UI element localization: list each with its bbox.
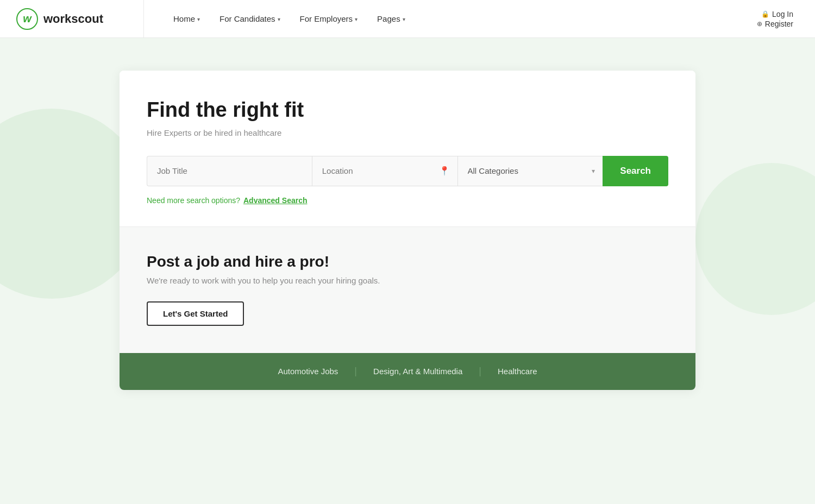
footer-bar: Automotive Jobs | Design, Art & Multimed… [120, 353, 695, 390]
search-bar: 📍 All Categories Automotive Jobs Design,… [147, 156, 668, 186]
search-button[interactable]: Search [603, 156, 668, 186]
register-link[interactable]: ⊕ Register [757, 20, 793, 28]
chevron-down-icon: ▾ [278, 16, 280, 22]
job-title-input[interactable] [147, 156, 312, 186]
chevron-down-icon: ▾ [403, 16, 405, 22]
hero-subtitle: Hire Experts or be hired in healthcare [147, 128, 668, 137]
nav-employers-label: For Employers [300, 14, 353, 23]
card-container: Find the right fit Hire Experts or be hi… [120, 71, 695, 390]
login-label: Log In [772, 10, 793, 18]
category-wrapper: All Categories Automotive Jobs Design, A… [457, 156, 603, 186]
hire-subtitle: We're ready to work with you to help you… [147, 276, 668, 285]
footer-link-healthcare[interactable]: Healthcare [481, 367, 554, 376]
nav-candidates[interactable]: For Candidates ▾ [212, 10, 288, 28]
nav-pages-label: Pages [377, 14, 400, 23]
nav-candidates-label: For Candidates [220, 14, 275, 23]
footer-link-design[interactable]: Design, Art & Multimedia [357, 367, 479, 376]
category-select[interactable]: All Categories Automotive Jobs Design, A… [458, 156, 603, 186]
logo-letter: w [23, 12, 32, 25]
nav-home[interactable]: Home ▾ [166, 10, 208, 28]
chevron-down-icon: ▾ [355, 16, 358, 22]
advanced-hint-text: Need more search options? [147, 196, 240, 205]
main-content: Find the right fit Hire Experts or be hi… [0, 38, 815, 412]
nav-employers[interactable]: For Employers ▾ [292, 10, 366, 28]
nav-pages[interactable]: Pages ▾ [369, 10, 413, 28]
plus-circle-icon: ⊕ [757, 20, 762, 28]
logo-icon: w [16, 8, 38, 30]
login-link[interactable]: 🔒 Log In [761, 10, 793, 18]
logo-section: w workscout [0, 0, 144, 37]
lock-icon: 🔒 [761, 10, 769, 18]
get-started-button[interactable]: Let's Get Started [147, 301, 244, 326]
hero-title: Find the right fit [147, 98, 668, 123]
navbar: w workscout Home ▾ For Candidates ▾ For … [0, 0, 815, 38]
chevron-down-icon: ▾ [197, 16, 200, 22]
advanced-search-link[interactable]: Advanced Search [243, 196, 308, 205]
nav-home-label: Home [173, 14, 195, 23]
hire-section: Post a job and hire a pro! We're ready t… [120, 226, 695, 353]
location-wrapper: 📍 [312, 156, 457, 186]
auth-links: 🔒 Log In ⊕ Register [757, 10, 815, 28]
location-input[interactable] [312, 156, 457, 186]
search-section: Find the right fit Hire Experts or be hi… [120, 71, 695, 226]
footer-link-automotive[interactable]: Automotive Jobs [261, 367, 354, 376]
brand-name: workscout [43, 12, 103, 26]
nav-links: Home ▾ For Candidates ▾ For Employers ▾ … [144, 10, 757, 28]
hire-title: Post a job and hire a pro! [147, 253, 668, 270]
advanced-search-row: Need more search options? Advanced Searc… [147, 196, 668, 205]
register-label: Register [765, 20, 793, 28]
